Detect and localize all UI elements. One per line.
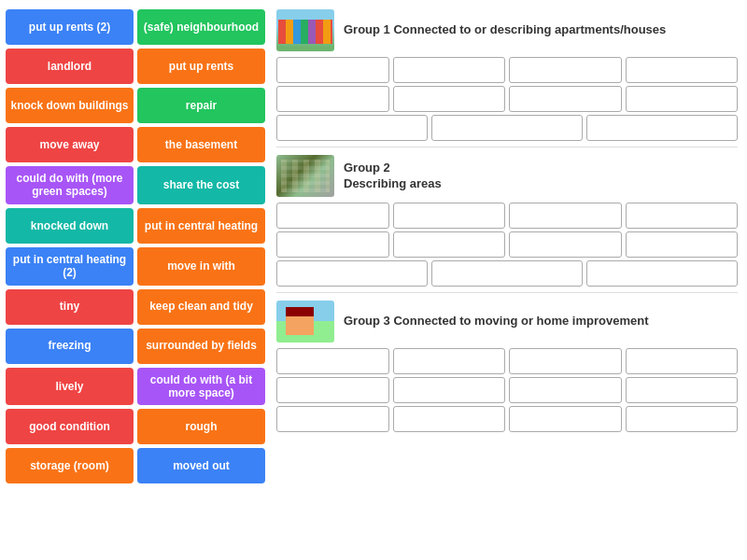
drop-cell[interactable] <box>393 57 506 83</box>
drop-cell[interactable] <box>276 406 389 432</box>
drop-cell[interactable] <box>626 348 739 374</box>
word-row-3: move awaythe basement <box>6 127 265 162</box>
drop-row-2-0 <box>276 203 738 229</box>
drop-cell[interactable] <box>586 115 738 141</box>
group-section-1: Group 1 Connected to or describing apart… <box>276 9 738 149</box>
drop-grid-2 <box>276 203 738 287</box>
drop-cell[interactable] <box>276 203 389 229</box>
drop-cell[interactable] <box>276 86 389 112</box>
word-row-5: knocked downput in central heating <box>6 208 265 244</box>
drop-grid-1 <box>276 57 738 141</box>
word-row-10: good conditionrough <box>6 409 265 444</box>
drop-cell[interactable] <box>431 260 583 287</box>
drop-groups: Group 1 Connected to or describing apart… <box>271 0 747 560</box>
drop-cell[interactable] <box>393 348 506 374</box>
drop-cell[interactable] <box>276 231 389 258</box>
word-tile-2-1[interactable]: repair <box>137 88 265 123</box>
drop-cell[interactable] <box>509 231 622 258</box>
word-row-2: knock down buildingsrepair <box>6 88 265 123</box>
word-tile-2-0[interactable]: knock down buildings <box>6 88 134 123</box>
drop-cell[interactable] <box>509 377 622 403</box>
drop-cell[interactable] <box>626 86 739 112</box>
drop-cell[interactable] <box>431 115 583 141</box>
word-tile-11-0[interactable]: storage (room) <box>6 448 134 483</box>
drop-cell[interactable] <box>393 203 506 229</box>
drop-cell[interactable] <box>509 406 622 432</box>
group-image-1 <box>276 9 334 51</box>
word-tile-10-0[interactable]: good condition <box>6 409 134 444</box>
drop-row-1-1 <box>276 86 738 112</box>
drop-cell[interactable] <box>276 348 389 374</box>
word-tile-6-1[interactable]: move in with <box>137 247 265 286</box>
drop-cell[interactable] <box>393 406 506 432</box>
word-row-7: tinykeep clean and tidy <box>6 289 265 325</box>
word-row-4: could do with (more green spaces)share t… <box>6 166 265 204</box>
word-tile-10-1[interactable]: rough <box>137 409 265 444</box>
drop-cell[interactable] <box>393 231 506 258</box>
drop-row-3-2 <box>276 406 738 432</box>
word-tile-11-1[interactable]: moved out <box>137 448 265 483</box>
group-header-3: Group 3 Connected to moving or home impr… <box>276 301 738 343</box>
group-image-2 <box>276 155 334 197</box>
word-row-11: storage (room)moved out <box>6 448 265 483</box>
drop-cell[interactable] <box>393 86 506 112</box>
word-tile-1-0[interactable]: landlord <box>6 49 134 84</box>
drop-cell[interactable] <box>509 203 622 229</box>
word-row-0: put up rents (2)(safe) neighbourhood <box>6 9 265 45</box>
group-title-3: Group 3 Connected to moving or home impr… <box>344 314 648 329</box>
drop-cell[interactable] <box>393 377 506 403</box>
group-header-2: Group 2 Describing areas <box>276 155 738 197</box>
drop-grid-3 <box>276 348 738 432</box>
word-tile-3-0[interactable]: move away <box>6 127 134 162</box>
drop-cell[interactable] <box>626 377 739 403</box>
drop-cell[interactable] <box>509 348 622 374</box>
group-separator <box>276 292 738 293</box>
drop-row-1-0 <box>276 57 738 83</box>
word-tile-5-1[interactable]: put in central heating <box>137 208 265 244</box>
group-section-2: Group 2 Describing areas <box>276 155 738 295</box>
drop-cell[interactable] <box>276 377 389 403</box>
word-tile-0-0[interactable]: put up rents (2) <box>6 9 134 45</box>
word-tile-8-1[interactable]: surrounded by fields <box>137 329 265 364</box>
drop-row-3-1 <box>276 377 738 403</box>
group-separator <box>276 147 738 147</box>
group-title-1: Group 1 Connected to or describing apart… <box>344 22 666 38</box>
word-tile-7-1[interactable]: keep clean and tidy <box>137 289 265 325</box>
drop-row-1-2 <box>276 115 738 141</box>
word-row-1: landlordput up rents <box>6 49 265 84</box>
word-tile-8-0[interactable]: freezing <box>6 329 134 364</box>
word-row-9: livelycould do with (a bit more space) <box>6 368 265 406</box>
word-tile-3-1[interactable]: the basement <box>137 127 265 162</box>
drop-cell[interactable] <box>509 86 622 112</box>
word-tile-7-0[interactable]: tiny <box>6 289 134 325</box>
drop-cell[interactable] <box>626 203 739 229</box>
word-row-8: freezingsurrounded by fields <box>6 329 265 364</box>
drop-cell[interactable] <box>626 406 739 432</box>
drop-cell[interactable] <box>276 57 389 83</box>
drop-cell[interactable] <box>276 260 428 287</box>
word-row-6: put in central heating (2)move in with <box>6 247 265 286</box>
drop-cell[interactable] <box>626 57 739 83</box>
word-tile-4-0[interactable]: could do with (more green spaces) <box>6 166 134 204</box>
word-tile-6-0[interactable]: put in central heating (2) <box>6 247 134 286</box>
word-tile-9-1[interactable]: could do with (a bit more space) <box>137 368 265 406</box>
drop-cell[interactable] <box>509 57 622 83</box>
word-tile-9-0[interactable]: lively <box>6 368 134 406</box>
drop-row-2-2 <box>276 260 738 287</box>
word-tile-5-0[interactable]: knocked down <box>6 208 134 244</box>
group-header-1: Group 1 Connected to or describing apart… <box>276 9 738 51</box>
group-title-2: Group 2 Describing areas <box>344 161 442 192</box>
drop-cell[interactable] <box>276 115 428 141</box>
drop-row-3-0 <box>276 348 738 374</box>
word-tile-4-1[interactable]: share the cost <box>137 166 265 204</box>
drop-cell[interactable] <box>586 260 738 287</box>
drop-row-2-1 <box>276 231 738 258</box>
group-image-3 <box>276 301 334 343</box>
word-tile-1-1[interactable]: put up rents <box>137 49 265 84</box>
group-section-3: Group 3 Connected to moving or home impr… <box>276 301 738 432</box>
drop-cell[interactable] <box>626 231 739 258</box>
word-bank: put up rents (2)(safe) neighbourhoodland… <box>0 0 271 560</box>
word-tile-0-1[interactable]: (safe) neighbourhood <box>137 9 265 45</box>
